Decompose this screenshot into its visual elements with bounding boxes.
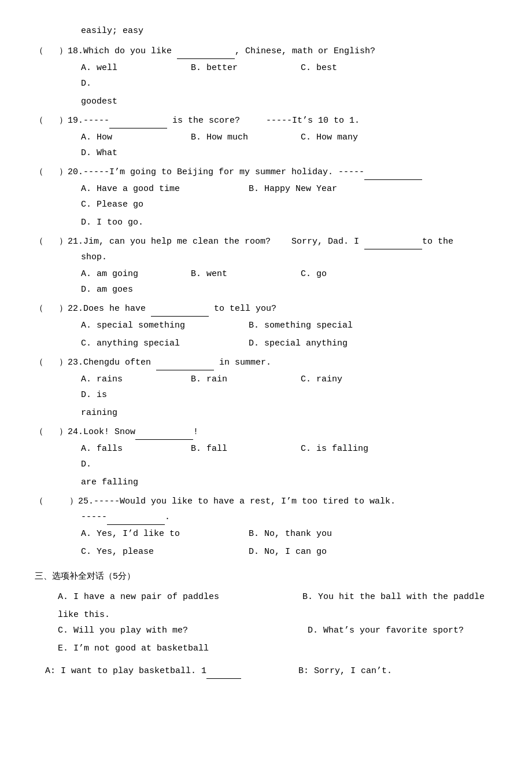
q19-opt-c: C. How many bbox=[301, 130, 405, 145]
q25-opt-a: A. Yes, I’d like to bbox=[81, 526, 243, 542]
dialogue-opt-a: A. I have a new pair of paddles B. You h… bbox=[58, 589, 497, 605]
q22-opt-b: B. something special bbox=[249, 318, 411, 333]
q18-opt-a: A. well bbox=[81, 60, 185, 76]
q18-opt-b: B. better bbox=[191, 60, 295, 76]
q23-opt-a: A. rains bbox=[81, 372, 185, 387]
q24-opt-a: A. falls bbox=[81, 441, 185, 457]
q23-paren: （ ）23. bbox=[35, 355, 83, 370]
q18-paren: （ ）18. bbox=[35, 43, 83, 59]
top-text: easily; easy bbox=[81, 23, 497, 39]
q25-paren: （ ）25. bbox=[35, 494, 94, 509]
question-18: （ ）18. Which do you like , Chinese, math… bbox=[35, 43, 497, 109]
q24-opt-b: B. fall bbox=[191, 441, 295, 457]
question-25: （ ）25. -----Would you like to have a res… bbox=[35, 494, 497, 560]
q19-opt-a: A. How bbox=[81, 130, 185, 145]
q20-paren: （ ）20. bbox=[35, 164, 83, 180]
q21-text2: shop. bbox=[81, 249, 497, 265]
q22-opt-d: D. special anything bbox=[249, 336, 411, 351]
q21-opt-d: D. am goes bbox=[81, 282, 185, 297]
dialogue-exchange: A: I want to play basketball. 1 B: Sorry… bbox=[35, 663, 497, 679]
q21-opt-c: C. go bbox=[301, 266, 405, 282]
q25-text2: -----. bbox=[81, 509, 497, 525]
section-three: 三、选项补全对话（5分） A. I have a new pair of pad… bbox=[35, 569, 497, 679]
q22-opt-a: A. special something bbox=[81, 318, 243, 333]
q18-opt-d: D. bbox=[81, 76, 185, 91]
q24-text: Look! Snow! bbox=[83, 424, 198, 440]
q18-text: Which do you like , Chinese, math or Eng… bbox=[83, 43, 375, 59]
q20-opt-b: B. Happy New Year bbox=[249, 181, 411, 197]
q24-paren: （ ）24. bbox=[35, 424, 83, 440]
question-22: （ ）22. Does he have to tell you? A. spec… bbox=[35, 301, 497, 351]
q19-text: ----- is the score? -----It’s 10 to 1. bbox=[83, 113, 360, 128]
page-content: easily; easy （ ）18. Which do you like , … bbox=[35, 23, 497, 679]
q24-are-falling: are falling bbox=[81, 475, 497, 490]
q25-text: -----Would you like to have a rest, I’m … bbox=[94, 494, 396, 509]
q20-text: -----I’m going to Beijing for my summer … bbox=[83, 164, 422, 180]
q24-opt-c: C. is falling bbox=[301, 441, 405, 457]
section-three-title: 三、选项补全对话（5分） bbox=[35, 569, 497, 585]
q25-opt-b: B. No, thank you bbox=[249, 526, 411, 542]
q22-opt-c: C. anything special bbox=[81, 336, 243, 351]
q21-paren: （ ）21. bbox=[35, 234, 83, 249]
q23-text: Chengdu often in summer. bbox=[83, 355, 271, 370]
q20-opt-c: C. Please go bbox=[81, 197, 243, 212]
dialogue-line-a: A: I want to play basketball. 1 B: Sorry… bbox=[35, 663, 497, 679]
dialogue-opt-c: C. Will you play with me? D. What’s your… bbox=[58, 623, 497, 638]
q23-opt-c: C. rainy bbox=[301, 372, 405, 387]
q24-opt-d: D. bbox=[81, 457, 185, 472]
q19-opt-b: B. How much bbox=[191, 130, 295, 145]
q18-goodest: goodest bbox=[81, 94, 497, 109]
dialogue-opt-e: E. I’m not good at basketball bbox=[58, 641, 497, 656]
q20-opt-d: D. I too go. bbox=[81, 215, 497, 230]
q22-text: Does he have to tell you? bbox=[83, 301, 276, 317]
q21-opt-b: B. went bbox=[191, 266, 295, 282]
question-23: （ ）23. Chengdu often in summer. A. rains… bbox=[35, 355, 497, 421]
dialogue-options: A. I have a new pair of paddles B. You h… bbox=[58, 589, 497, 656]
q25-opt-c: C. Yes, please bbox=[81, 544, 243, 560]
q19-opt-d: D. What bbox=[81, 145, 185, 161]
q23-opt-b: B. rain bbox=[191, 372, 295, 387]
q18-opt-c: C. best bbox=[301, 60, 405, 76]
q23-raining: raining bbox=[81, 405, 497, 421]
q25-opt-d: D. No, I can go bbox=[249, 544, 411, 560]
q22-paren: （ ）22. bbox=[35, 301, 83, 317]
q19-paren: （ ）19. bbox=[35, 113, 83, 128]
question-24: （ ）24. Look! Snow! A. falls B. fall C. i… bbox=[35, 424, 497, 490]
q20-opt-a: A. Have a good time bbox=[81, 181, 243, 197]
question-20: （ ）20. -----I’m going to Beijing for my … bbox=[35, 164, 497, 230]
q21-opt-a: A. am going bbox=[81, 266, 185, 282]
q23-opt-d: D. is bbox=[81, 387, 185, 403]
dialogue-opt-b-continued: like this. bbox=[58, 607, 497, 623]
q21-text: Jim, can you help me clean the room? Sor… bbox=[83, 234, 453, 249]
question-19: （ ）19. ----- is the score? -----It’s 10 … bbox=[35, 113, 497, 161]
question-21: （ ）21. Jim, can you help me clean the ro… bbox=[35, 234, 497, 297]
